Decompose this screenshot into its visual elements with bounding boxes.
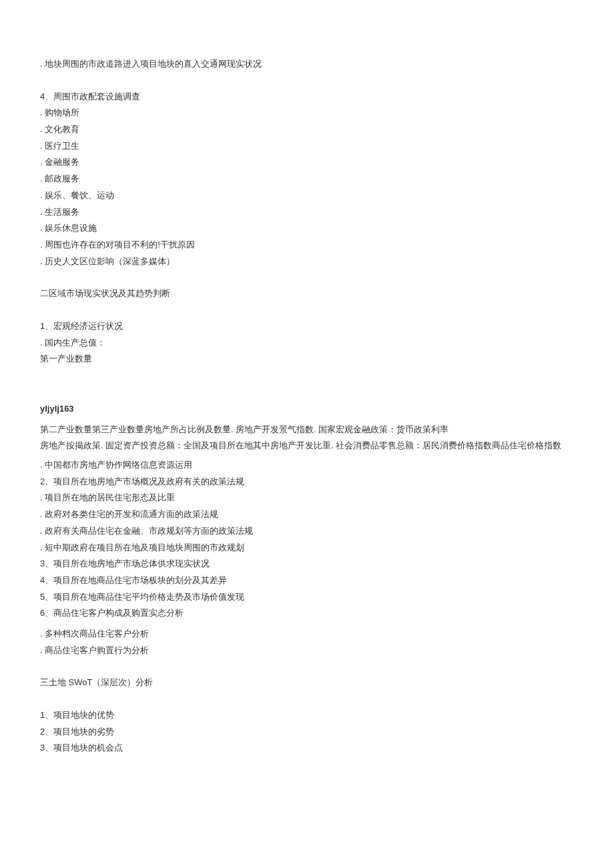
macro-item: 第一产业数量 bbox=[40, 351, 574, 368]
section4-item: . 历史人文区位影响（深蓝多媒体） bbox=[40, 254, 574, 270]
swot-items-block: 1、项目地块的优势2、项目地块的劣势3、项目地块的机会点 bbox=[40, 707, 574, 757]
para1: 第二产业数量第三产业数量房地产所占比例及数量. 房地产开发景气指数. 国家宏观金… bbox=[40, 422, 574, 438]
section-4-items: . 购物场所. 文化教育. 医疗卫生. 金融服务. 邮政服务. 娱乐、餐饮、运动… bbox=[40, 105, 574, 270]
list2-block: . 中国都市房地产协作网络信息资源运用2、项目所在地房地产市场概况及政府有关的政… bbox=[40, 457, 574, 622]
macro-block: 1、宏观经济运行状况 . 国内生产总值：第一产业数量 bbox=[40, 318, 574, 368]
section4-item: . 生活服务 bbox=[40, 204, 574, 221]
code-header: yIjyIj163 bbox=[40, 401, 574, 418]
list2-item: . 政府有关商品住宅在金融、市政规划等方面的政策法规 bbox=[40, 523, 574, 540]
section4-item: . 娱乐休息设施 bbox=[40, 220, 574, 237]
section4-item: . 邮政服务 bbox=[40, 171, 574, 187]
list2-item: 3、项目所在地房地产市场总体供求现实状况 bbox=[40, 556, 574, 572]
macro-title: 1、宏观经济运行状况 bbox=[40, 318, 574, 335]
para2: 房地产按揭政策. 固定资产投资总额：全国及项目所在地其中房地产开发比重. 社会消… bbox=[40, 438, 574, 454]
section-4-title: 4、周围市政配套设施调查 bbox=[40, 89, 574, 105]
swot-title: 三土地 SWoT（深层次）分析 bbox=[40, 675, 574, 691]
section4-item: . 购物场所 bbox=[40, 105, 574, 121]
list2-item: 5、项目所在地商品住宅平均价格走势及市场价值发现 bbox=[40, 589, 574, 606]
macro-item: . 国内生产总值： bbox=[40, 335, 574, 352]
para-block-1: 第二产业数量第三产业数量房地产所占比例及数量. 房地产开发景气指数. 国家宏观金… bbox=[40, 422, 574, 454]
list2-item: . 政府对各类住宅的开发和流通方面的政策法规 bbox=[40, 506, 574, 523]
section4-item: . 金融服务 bbox=[40, 154, 574, 171]
section-4-block: 4、周围市政配套设施调查 . 购物场所. 文化教育. 医疗卫生. 金融服务. 邮… bbox=[40, 89, 574, 270]
area-title: 二区域市场现实状况及其趋势判断 bbox=[40, 286, 574, 302]
swot-item: 1、项目地块的优势 bbox=[40, 707, 574, 724]
document-page: . 地块周围的市政道路进入项目地块的直入交通网现实状况 4、周围市政配套设施调查… bbox=[0, 0, 614, 868]
section4-item: . 娱乐、餐饮、运动 bbox=[40, 187, 574, 204]
top-line-text: . 地块周围的市政道路进入项目地块的直入交通网现实状况 bbox=[40, 56, 574, 73]
swot-item: 2、项目地块的劣势 bbox=[40, 724, 574, 741]
list3-item: . 商品住宅客户购置行为分析 bbox=[40, 642, 574, 659]
section4-item: . 文化教育 bbox=[40, 121, 574, 138]
list2-item: . 项目所在地的居民住宅形态及比重 bbox=[40, 490, 574, 506]
list2-item: 2、项目所在地房地产市场概况及政府有关的政策法规 bbox=[40, 474, 574, 490]
section4-item: . 医疗卫生 bbox=[40, 138, 574, 155]
area-title-block: 二区域市场现实状况及其趋势判断 bbox=[40, 286, 574, 302]
section4-item: . 周围也许存在的对项目不利的!干扰原因 bbox=[40, 237, 574, 254]
top-block: . 地块周围的市政道路进入项目地块的直入交通网现实状况 bbox=[40, 56, 574, 73]
swot-title-block: 三土地 SWoT（深层次）分析 bbox=[40, 675, 574, 691]
list2-item: . 中国都市房地产协作网络信息资源运用 bbox=[40, 457, 574, 474]
list2-item: . 短中期政府在项目所在地及项目地块周围的市政规划 bbox=[40, 540, 574, 556]
list2-item: 6、商品住宅客户构成及购置实态分析 bbox=[40, 605, 574, 622]
list3-item: . 多种档次商品住宅客户分析 bbox=[40, 626, 574, 642]
macro-items: . 国内生产总值：第一产业数量 bbox=[40, 335, 574, 368]
list2-item: 4、项目所在地商品住宅市场板块的划分及其差异 bbox=[40, 572, 574, 589]
swot-item: 3、项目地块的机会点 bbox=[40, 740, 574, 757]
list3-block: . 多种档次商品住宅客户分析. 商品住宅客户购置行为分析 bbox=[40, 626, 574, 659]
